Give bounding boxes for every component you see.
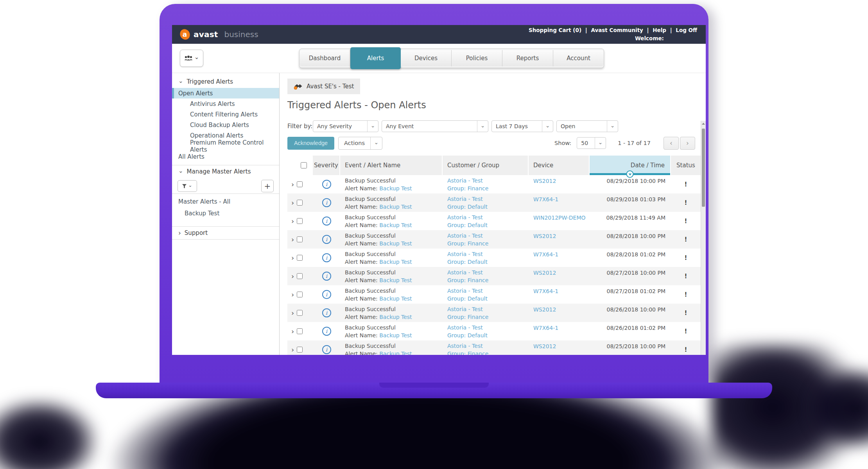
info-icon[interactable]: i bbox=[322, 308, 331, 317]
expand-row-icon[interactable]: › bbox=[291, 291, 294, 298]
device-link[interactable]: W7X64-1 bbox=[533, 251, 558, 258]
device-link[interactable]: W7X64-1 bbox=[533, 325, 558, 331]
help-link[interactable]: Help bbox=[653, 27, 666, 33]
state-filter-select[interactable]: Open ⌄ bbox=[556, 120, 618, 132]
tab-dashboard[interactable]: Dashboard bbox=[299, 50, 350, 66]
row-checkbox[interactable] bbox=[297, 292, 303, 297]
customer-link[interactable]: Astoria - Test bbox=[447, 214, 483, 220]
alert-name-link[interactable]: Backup Test bbox=[379, 259, 412, 265]
sidebar-item-premium-remote-control-alerts[interactable]: Premium Remote Control Alerts bbox=[172, 141, 279, 151]
row-checkbox[interactable] bbox=[297, 200, 303, 206]
row-checkbox[interactable] bbox=[297, 218, 303, 224]
organization-selector-button[interactable]: ⌄ bbox=[180, 50, 203, 67]
expand-row-icon[interactable]: › bbox=[291, 328, 294, 335]
sidebar-item-cloud-backup-alerts[interactable]: Cloud Backup Alerts bbox=[172, 120, 279, 130]
row-checkbox[interactable] bbox=[297, 255, 303, 261]
datetime-header-sorted[interactable]: Date / Time bbox=[590, 156, 671, 175]
avast-community-link[interactable]: Avast Community bbox=[591, 27, 643, 33]
scrollbar-thumb[interactable] bbox=[702, 129, 705, 207]
expand-row-icon[interactable]: › bbox=[291, 310, 294, 317]
sidebar-item-open-alerts[interactable]: Open Alerts bbox=[172, 88, 279, 98]
sidebar-item-antivirus-alerts[interactable]: Antivirus Alerts bbox=[172, 98, 279, 109]
sidebar-section-manage-master-alerts[interactable]: ⌄ Manage Master Alerts bbox=[172, 165, 279, 178]
select-all-checkbox[interactable] bbox=[301, 162, 307, 168]
expand-row-icon[interactable]: › bbox=[291, 199, 294, 206]
device-link[interactable]: WS2012 bbox=[533, 233, 556, 239]
sidebar-item-backup-test[interactable]: Backup Test bbox=[172, 208, 279, 218]
expand-row-icon[interactable]: › bbox=[291, 181, 294, 188]
page-size-select[interactable]: 50 ⌄ bbox=[577, 137, 606, 149]
device-header[interactable]: Device bbox=[529, 156, 590, 175]
customer-context-tab[interactable]: Avast SE's - Test bbox=[287, 79, 360, 94]
device-link[interactable]: WIN2012PW-DEMO bbox=[533, 215, 586, 221]
tab-account[interactable]: Account bbox=[553, 50, 604, 66]
tab-reports[interactable]: Reports bbox=[502, 50, 553, 66]
log-off-link[interactable]: Log Off bbox=[676, 27, 697, 33]
tab-devices[interactable]: Devices bbox=[401, 50, 452, 66]
alert-name-link[interactable]: Backup Test bbox=[379, 295, 412, 302]
severity-header[interactable]: Severity bbox=[313, 156, 340, 175]
device-link[interactable]: W7X64-1 bbox=[533, 196, 558, 202]
page-scrollbar[interactable] bbox=[701, 121, 706, 355]
alert-name-link[interactable]: Backup Test bbox=[379, 240, 412, 247]
alert-name-link[interactable]: Backup Test bbox=[379, 351, 412, 355]
expand-row-icon[interactable]: › bbox=[291, 236, 294, 243]
sidebar-section-triggered-alerts[interactable]: ⌄ Triggered Alerts bbox=[172, 75, 279, 88]
alert-name-link[interactable]: Backup Test bbox=[379, 222, 412, 228]
customer-link[interactable]: Astoria - Test bbox=[447, 233, 483, 239]
severity-filter-select[interactable]: Any Severity ⌄ bbox=[313, 120, 378, 132]
info-icon[interactable]: i bbox=[322, 253, 331, 262]
customer-link[interactable]: Astoria - Test bbox=[447, 288, 483, 294]
expand-row-icon[interactable]: › bbox=[291, 346, 294, 353]
master-alerts-filter-button[interactable]: ⌄ bbox=[178, 180, 197, 192]
acknowledge-button[interactable]: Acknowledge bbox=[287, 137, 334, 150]
customer-link[interactable]: Astoria - Test bbox=[447, 306, 483, 312]
alert-name-link[interactable]: Backup Test bbox=[379, 185, 412, 192]
info-icon[interactable]: i bbox=[322, 272, 331, 281]
customer-header[interactable]: Customer / Group bbox=[443, 156, 529, 175]
date-range-filter-select[interactable]: Last 7 Days ⌄ bbox=[491, 120, 553, 132]
sidebar-item-content-filtering-alerts[interactable]: Content Filtering Alerts bbox=[172, 109, 279, 120]
info-icon[interactable]: i bbox=[322, 198, 331, 207]
info-icon[interactable]: i bbox=[322, 180, 331, 189]
info-icon[interactable]: i bbox=[322, 290, 331, 299]
row-checkbox[interactable] bbox=[297, 310, 303, 316]
info-icon[interactable]: i bbox=[322, 327, 331, 336]
customer-link[interactable]: Astoria - Test bbox=[447, 324, 483, 331]
customer-link[interactable]: Astoria - Test bbox=[447, 196, 483, 202]
shopping-cart-link[interactable]: Shopping Cart (0) bbox=[529, 27, 581, 33]
add-master-alert-button[interactable]: + bbox=[261, 180, 274, 192]
previous-page-button[interactable]: ‹ bbox=[664, 137, 679, 150]
customer-link[interactable]: Astoria - Test bbox=[447, 269, 483, 276]
alert-name-link[interactable]: Backup Test bbox=[379, 204, 412, 210]
tab-policies[interactable]: Policies bbox=[452, 50, 502, 66]
expand-row-icon[interactable]: › bbox=[291, 273, 294, 280]
device-link[interactable]: WS2012 bbox=[533, 306, 556, 313]
scrollbar-up-arrow-icon[interactable] bbox=[701, 121, 706, 126]
row-checkbox[interactable] bbox=[297, 347, 303, 353]
row-checkbox[interactable] bbox=[297, 328, 303, 334]
row-checkbox[interactable] bbox=[297, 273, 303, 279]
sidebar-item-master-alerts-all[interactable]: Master Alerts - All bbox=[172, 195, 279, 208]
status-header[interactable]: Status bbox=[671, 156, 701, 175]
device-link[interactable]: WS2012 bbox=[533, 178, 556, 184]
event-header[interactable]: Event / Alert Name bbox=[340, 156, 443, 175]
alert-name-link[interactable]: Backup Test bbox=[379, 277, 412, 283]
tab-alerts[interactable]: Alerts bbox=[350, 47, 401, 69]
expand-row-icon[interactable]: › bbox=[291, 254, 294, 261]
row-checkbox[interactable] bbox=[297, 236, 303, 242]
event-filter-select[interactable]: Any Event ⌄ bbox=[382, 120, 488, 132]
alert-name-link[interactable]: Backup Test bbox=[379, 332, 412, 338]
sidebar-section-support[interactable]: › Support bbox=[172, 227, 279, 239]
expand-row-icon[interactable]: › bbox=[291, 218, 294, 225]
customer-link[interactable]: Astoria - Test bbox=[447, 343, 483, 349]
info-icon[interactable]: i bbox=[322, 345, 331, 354]
info-icon[interactable]: i bbox=[322, 235, 331, 244]
customer-link[interactable]: Astoria - Test bbox=[447, 251, 483, 257]
device-link[interactable]: WS2012 bbox=[533, 343, 556, 349]
device-link[interactable]: W7X64-1 bbox=[533, 288, 558, 294]
actions-dropdown-button[interactable]: Actions ⌄ bbox=[338, 137, 382, 150]
customer-link[interactable]: Astoria - Test bbox=[447, 177, 483, 184]
info-icon[interactable]: i bbox=[322, 217, 331, 226]
device-link[interactable]: WS2012 bbox=[533, 270, 556, 276]
